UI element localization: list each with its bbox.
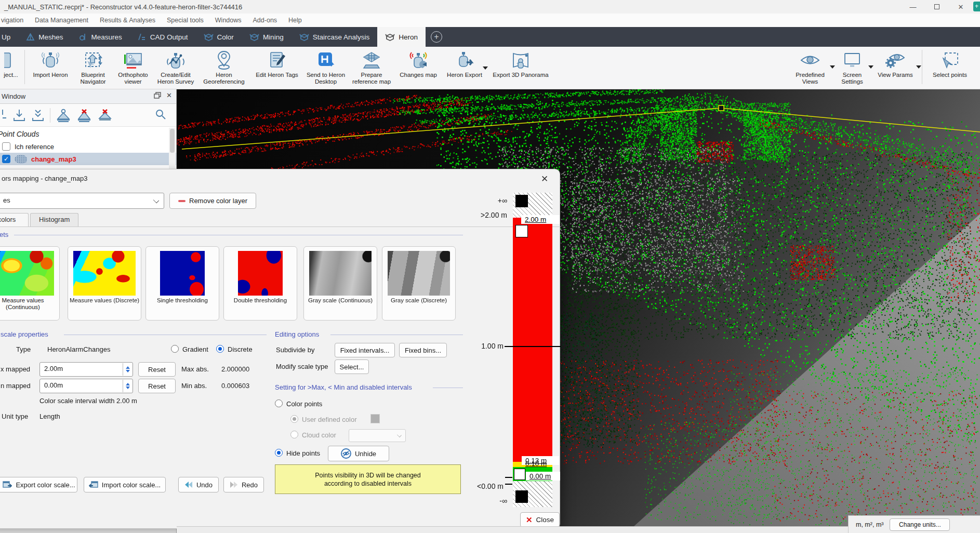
toolbar-prepare-reference-map[interactable]: Prepare reference map [348, 49, 395, 85]
preset-gray-continuous[interactable]: Gray scale (Continuous) [303, 246, 377, 321]
float-panel-icon[interactable] [154, 92, 161, 99]
tab-mining[interactable]: Mining [242, 27, 292, 47]
visibility-checkbox[interactable] [2, 142, 10, 151]
toolbar-select-points[interactable]: Select points [925, 49, 975, 78]
color-points-radio[interactable] [275, 399, 283, 407]
close-window-button[interactable]: ✕ [949, 0, 973, 14]
cloud-color-combo[interactable] [349, 429, 406, 442]
list-item-ich-reference[interactable]: Ich reference [0, 140, 176, 153]
max-mapped-input[interactable]: 2.00m [39, 362, 133, 377]
blueprint-navigator-icon [83, 50, 103, 71]
remove-color-layer-button[interactable]: Remove color layer [169, 193, 256, 209]
color-scale-red-interval[interactable] [513, 218, 552, 462]
tab-heron[interactable]: Heron [377, 27, 426, 47]
view-params-dropdown-arrow[interactable] [916, 65, 921, 69]
load-cloud-icon[interactable] [12, 109, 26, 122]
select-scale-type-button[interactable]: Select... [335, 359, 369, 374]
max-spinner[interactable] [123, 363, 132, 376]
tab-staircase-analysis[interactable]: Staircase Analysis [292, 27, 378, 47]
toolbar-send-to-heron-desktop[interactable]: Send to Heron Desktop [304, 49, 348, 85]
user-defined-color-radio[interactable] [290, 415, 298, 423]
below-min-disabled-box[interactable] [515, 490, 528, 503]
dialog-close-icon[interactable]: ✕ [541, 174, 548, 184]
load-all-clouds-icon[interactable] [31, 109, 45, 122]
toolbar-import-heron[interactable]: Import Heron [28, 49, 73, 78]
hide-points-radio[interactable] [275, 449, 283, 457]
min-reset-button[interactable]: Reset [138, 379, 176, 393]
min-spinner[interactable] [123, 380, 132, 392]
prepare-reference-map-icon [361, 50, 382, 71]
menu-windows[interactable]: Windows [209, 17, 247, 24]
list-item-change-map3[interactable]: change_map3 [0, 153, 176, 165]
fixed-intervals-button[interactable]: Fixed intervals... [335, 343, 395, 357]
toolbar-heron-georeferencing[interactable]: Heron Georeferencing [198, 49, 250, 85]
tab-measures[interactable]: Measures [71, 27, 130, 47]
menu-special-tools[interactable]: Special tools [161, 17, 209, 24]
unit-type-label: Unit type [2, 412, 28, 420]
layers-remove-icon[interactable] [97, 109, 113, 122]
fixed-bins-button[interactable]: Fixed bins... [399, 343, 447, 357]
undo-button[interactable]: Undo [178, 477, 219, 492]
export-color-scale-button[interactable]: Export color scale... [0, 477, 77, 492]
preset-thumbnail [309, 251, 372, 296]
max-value-tag[interactable]: 2.00 m [521, 215, 560, 224]
color-layer-combo[interactable]: es [0, 193, 164, 209]
edge-overlay-icon[interactable] [973, 2, 980, 11]
station-remove-icon[interactable] [76, 109, 92, 122]
menu-data-management[interactable]: Data Management [29, 17, 94, 24]
toolbar-project-button[interactable]: ject... [0, 49, 22, 78]
close-panel-icon[interactable]: ✕ [166, 92, 172, 99]
preset-measure-continuous[interactable]: Measure values (Continuous) [0, 246, 60, 321]
close-dialog-button[interactable]: ✕ Close [520, 512, 560, 527]
zero-value-tag[interactable]: 0.00 m [526, 472, 560, 481]
change-units-button[interactable]: Change units... [890, 518, 950, 531]
menu-help[interactable]: Help [283, 17, 308, 24]
redo-button[interactable]: Redo [223, 477, 264, 492]
maximize-button[interactable] [925, 0, 949, 14]
orthophoto-viewer-icon [123, 50, 143, 71]
undo-icon [184, 481, 193, 488]
import-color-scale-button[interactable]: Import color scale... [84, 477, 166, 492]
tab-histogram[interactable]: Histogram [30, 213, 78, 226]
tab-up[interactable]: Up [0, 27, 18, 47]
toolbar-edit-heron-tags[interactable]: Edit Heron Tags [250, 49, 304, 78]
above-max-disabled-box[interactable] [515, 195, 528, 207]
green-interval-box[interactable] [514, 469, 525, 480]
max-mapped-label: x mapped [1, 365, 30, 373]
tab-cad-output[interactable]: CAD Output [130, 27, 196, 47]
preset-single-thresholding[interactable]: Single thresholding [145, 246, 219, 321]
toolbar-predefined-views[interactable]: Predefined Views [787, 49, 833, 85]
toolbar-screen-settings[interactable]: Screen Settings [833, 49, 871, 85]
preset-measure-discrete[interactable]: Measure values (Discrete) [68, 246, 141, 321]
toolbar-changes-map[interactable]: Changes map [395, 49, 441, 78]
preset-gray-discrete[interactable]: Gray scale (Discrete) [382, 246, 456, 321]
toolbar-heron-export[interactable]: Heron Export [441, 49, 488, 78]
heron-export-dropdown-arrow[interactable] [483, 66, 488, 70]
add-tab-button[interactable]: + [431, 31, 442, 43]
user-color-swatch[interactable] [370, 414, 380, 423]
menu-navigation[interactable]: vigation [0, 17, 29, 24]
partial-icon[interactable] [2, 109, 7, 122]
toolbar-blueprint-navigator[interactable]: Blueprint Navigator [73, 49, 113, 85]
minimize-button[interactable]: — [901, 0, 925, 14]
cloud-color-radio[interactable] [290, 431, 298, 438]
tab-color[interactable]: Color [196, 27, 242, 47]
gradient-radio[interactable] [171, 345, 179, 353]
unhide-button[interactable]: Unhide [328, 446, 389, 461]
toolbar-create-edit-heron-survey[interactable]: Create/Edit Heron Survey [153, 49, 198, 85]
preset-double-thresholding[interactable]: Double thresholding [223, 246, 297, 321]
discrete-radio[interactable] [216, 345, 224, 353]
toolbar-view-params[interactable]: View Params [871, 49, 919, 78]
min-mapped-input[interactable]: 0.00m [39, 379, 133, 393]
menu-results-analyses[interactable]: Results & Analyses [94, 17, 161, 24]
visibility-checkbox[interactable] [2, 155, 10, 163]
tab-edit-colors[interactable]: colors [0, 213, 29, 226]
toolbar-orthophoto-viewer[interactable]: Orthophoto viewer [113, 49, 153, 85]
search-icon[interactable] [154, 108, 167, 121]
station-view-icon[interactable] [56, 109, 71, 122]
tab-meshes[interactable]: Meshes [18, 27, 71, 47]
interval-enabled-box[interactable] [515, 225, 528, 237]
toolbar-export-3d-panorama[interactable]: Export 3D Panorama [488, 49, 553, 78]
max-reset-button[interactable]: Reset [138, 362, 176, 377]
menu-add-ons[interactable]: Add-ons [247, 17, 283, 24]
